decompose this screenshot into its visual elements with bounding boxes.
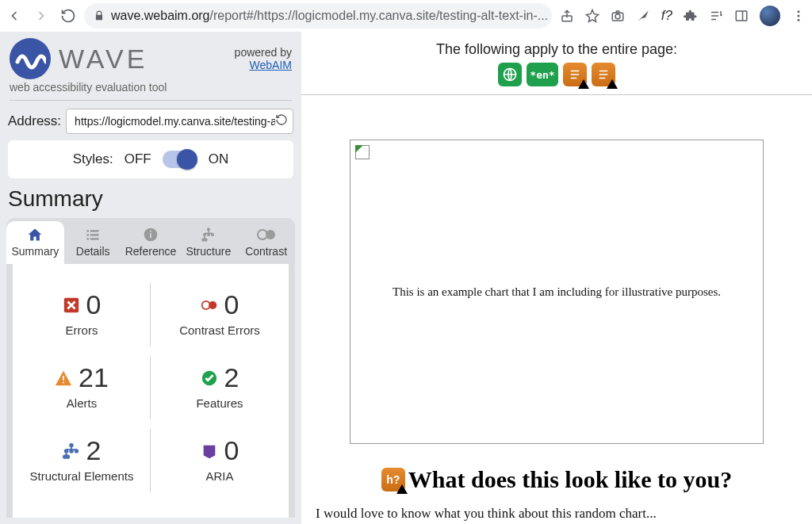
- svg-point-23: [266, 230, 275, 239]
- tab-details[interactable]: Details: [64, 221, 122, 264]
- svg-rect-8: [90, 230, 99, 232]
- wave-brand: WAVE: [59, 44, 147, 75]
- styles-label: Styles:: [73, 151, 113, 167]
- extensions-puzzle-icon[interactable]: [684, 9, 698, 23]
- stat-contrast-errors[interactable]: 0 Contrast Errors: [151, 278, 289, 351]
- svg-point-26: [209, 300, 216, 308]
- svg-point-4: [798, 10, 800, 13]
- en-badge[interactable]: *en*: [527, 63, 558, 86]
- svg-rect-27: [63, 376, 64, 381]
- stat-errors[interactable]: 0 Errors: [13, 278, 151, 351]
- broken-image-icon: [355, 145, 370, 159]
- tab-structure[interactable]: Structure: [179, 221, 237, 264]
- svg-point-2: [615, 13, 620, 18]
- tab-contrast[interactable]: Contrast: [237, 221, 295, 264]
- svg-rect-11: [87, 238, 90, 240]
- styles-on-label: ON: [209, 151, 229, 167]
- svg-point-30: [70, 443, 73, 446]
- svg-rect-7: [87, 230, 90, 232]
- chart-caption-text: This is an example chart that I am inclu…: [393, 285, 721, 299]
- language-badge-icon[interactable]: [498, 63, 522, 86]
- contrast-errors-icon: [201, 296, 218, 314]
- tree-icon: [179, 226, 237, 243]
- svg-rect-15: [150, 231, 151, 232]
- star-icon[interactable]: [585, 9, 599, 23]
- banner-text: The following apply to the entire page:: [301, 41, 812, 58]
- svg-rect-9: [87, 234, 90, 236]
- svg-rect-14: [150, 233, 151, 238]
- lock-icon: [94, 10, 105, 21]
- address-input-wrap: [66, 109, 293, 134]
- styles-off-label: OFF: [124, 151, 151, 167]
- address-bar[interactable]: wave.webaim.org/report#/https://logicmod…: [84, 3, 552, 29]
- back-icon[interactable]: [6, 8, 22, 24]
- address-input[interactable]: [75, 115, 275, 128]
- extension-icon-1[interactable]: [636, 9, 650, 23]
- info-icon: [122, 226, 180, 243]
- tab-summary[interactable]: Summary: [6, 221, 64, 264]
- heading-level-badge[interactable]: h?: [381, 468, 405, 491]
- content-paragraph: I would love to know what you think abou…: [301, 493, 812, 522]
- divider: [10, 100, 292, 101]
- alert-badge-1-icon[interactable]: [563, 63, 587, 86]
- styles-toggle-box: Styles: OFF ON: [8, 140, 293, 178]
- stat-alerts[interactable]: 21 Alerts: [13, 351, 151, 424]
- wave-logo-icon: [10, 38, 51, 79]
- page-content: The following apply to the entire page: …: [301, 32, 812, 524]
- url-domain: wave.webaim.org: [111, 9, 210, 23]
- alert-badge-2-icon[interactable]: [592, 63, 615, 86]
- content-heading: What does this look like to you?: [408, 466, 732, 493]
- powered-by-label: powered by: [235, 46, 292, 59]
- wave-sidebar: WAVE powered by WebAIM web accessibility…: [0, 32, 301, 524]
- forward-icon[interactable]: [33, 8, 49, 24]
- errors-icon: [63, 296, 80, 314]
- sidebar-tabs: Summary Details Reference Structure Cont…: [6, 221, 295, 264]
- webaim-link[interactable]: WebAIM: [250, 59, 292, 71]
- camera-icon[interactable]: [611, 9, 625, 23]
- svg-rect-10: [90, 234, 99, 236]
- summary-heading: Summary: [0, 185, 301, 218]
- summary-panel: 0 Errors 0 Contrast Errors: [13, 264, 289, 518]
- contrast-icon: [237, 226, 295, 243]
- profile-avatar[interactable]: [760, 6, 780, 26]
- alerts-icon: [55, 369, 72, 387]
- address-label: Address:: [8, 113, 61, 129]
- structural-icon: [63, 442, 80, 460]
- tab-reference[interactable]: Reference: [122, 221, 180, 264]
- share-icon[interactable]: [560, 9, 574, 23]
- home-icon: [6, 226, 64, 243]
- url-path: /report#/https://logicmodel.my.canva.sit…: [210, 9, 549, 23]
- reload-icon[interactable]: [60, 8, 76, 24]
- stat-aria[interactable]: 0 ARIA: [151, 424, 289, 497]
- styles-toggle[interactable]: [163, 151, 197, 168]
- example-chart-placeholder: This is an example chart that I am inclu…: [350, 140, 764, 444]
- side-panel-icon[interactable]: [734, 9, 749, 23]
- browser-toolbar: wave.webaim.org/report#/https://logicmod…: [0, 0, 812, 32]
- tagline: web accessibility evaluation tool: [10, 81, 292, 94]
- features-icon: [201, 369, 218, 387]
- list-icon: [64, 226, 122, 243]
- stat-features[interactable]: 2 Features: [151, 351, 289, 424]
- svg-rect-3: [736, 11, 747, 21]
- reading-list-icon[interactable]: [709, 9, 723, 23]
- extension-icon-2[interactable]: f?: [661, 8, 672, 24]
- stat-structural[interactable]: 2 Structural Elements: [13, 424, 151, 497]
- svg-rect-28: [63, 381, 64, 383]
- address-reload-icon[interactable]: [275, 113, 288, 129]
- svg-point-6: [798, 18, 800, 21]
- svg-rect-12: [90, 238, 99, 240]
- chrome-menu-icon[interactable]: [791, 9, 806, 23]
- aria-icon: [201, 442, 218, 460]
- svg-point-5: [798, 14, 800, 17]
